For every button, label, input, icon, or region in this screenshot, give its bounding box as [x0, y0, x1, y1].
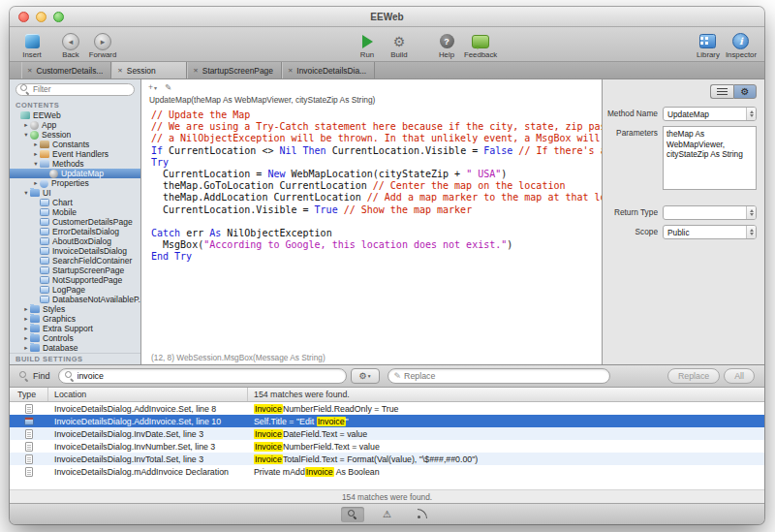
sidebar-item-label: StartupScreenPage	[52, 266, 124, 275]
return-type-combo[interactable]	[663, 205, 757, 220]
add-item-button[interactable]: +▾	[148, 82, 157, 92]
method-name-combo[interactable]: UpdateMap	[663, 107, 757, 121]
inspector-advanced-tab[interactable]: ⚙	[733, 84, 757, 99]
replace-input[interactable]	[404, 371, 603, 381]
tab-close-icon[interactable]: ✕	[27, 67, 32, 75]
disclosure-triangle-icon[interactable]: ▸	[22, 344, 30, 352]
snippet-text: Private mAdd	[254, 467, 305, 477]
sidebar-item-label: EEWeb	[33, 110, 61, 120]
match-highlight: Invoice	[254, 454, 283, 464]
toolbar-insert-button[interactable]: Insert	[17, 33, 46, 59]
disclosure-triangle-icon[interactable]: ▸	[22, 315, 30, 323]
toolbar-build-button[interactable]: Build	[385, 33, 414, 59]
sidebar-item-aboutboxdialog[interactable]: AboutBoxDialog	[10, 236, 140, 246]
filter-field[interactable]	[16, 83, 135, 96]
tab-close-icon[interactable]: ✕	[193, 67, 198, 75]
parameters-field[interactable]: theMap As WebMapViewer, cityStateZip As …	[663, 126, 757, 190]
results-column-type[interactable]: Type	[10, 388, 48, 401]
disclosure-triangle-icon[interactable]: ▸	[22, 121, 30, 129]
folder-icon	[30, 305, 40, 313]
scope-combo[interactable]: Public	[663, 225, 757, 239]
replace-button[interactable]: Replace	[667, 368, 720, 384]
sidebar-item-eeweb[interactable]: EEWeb	[10, 110, 140, 120]
result-row[interactable]: InvoiceDetailsDialog.mAddInvoice Declara…	[10, 465, 764, 478]
toolbar-help-button[interactable]: Help	[432, 33, 461, 59]
sidebar-item-startupscreenpage[interactable]: StartupScreenPage	[10, 266, 140, 275]
tab-close-icon[interactable]: ✕	[117, 67, 122, 75]
feed-panel-button[interactable]	[411, 507, 434, 522]
disclosure-triangle-icon[interactable]: ▾	[22, 189, 30, 197]
project-icon	[20, 111, 30, 119]
disclosure-triangle-icon[interactable]: ▸	[22, 325, 30, 332]
sidebar-item-styles[interactable]: ▸Styles	[10, 304, 140, 314]
sidebar-item-graphics[interactable]: ▸Graphics	[10, 314, 140, 324]
replace-all-button[interactable]: All	[724, 368, 755, 384]
inspector-properties-tab[interactable]	[710, 84, 733, 99]
disclosure-triangle-icon[interactable]: ▸	[22, 305, 30, 313]
sidebar-item-notsupportedpage[interactable]: NotSupportedPage	[10, 275, 140, 285]
tab-startupscreenpage[interactable]: ✕StartupScreenPage	[187, 62, 282, 78]
sidebar-item-updatemap[interactable]: UpdateMap	[10, 169, 140, 178]
edit-mode-button[interactable]: ✎	[165, 82, 171, 92]
sidebar-item-label: Event Handlers	[52, 149, 108, 159]
sidebar-item-searchfieldcontainer[interactable]: SearchFieldContainer	[10, 256, 140, 266]
result-row[interactable]: InvoiceDetailsDialog.AddInvoice.Set, lin…	[10, 415, 764, 427]
find-options-button[interactable]: ⚙▾	[351, 368, 380, 384]
disclosure-triangle-icon[interactable]: ▸	[32, 141, 40, 148]
sidebar-item-databasenotavailablep[interactable]: DatabaseNotAvailableP...	[10, 295, 140, 304]
disclosure-triangle-icon[interactable]: ▸	[32, 150, 40, 158]
code-token-comment: // Center the map on the location	[373, 180, 566, 191]
sidebar-item-logpage[interactable]: LogPage	[10, 285, 140, 295]
sidebar-item-chart[interactable]: Chart	[10, 198, 140, 207]
toolbar-feedback-button[interactable]: Feedback	[464, 33, 497, 59]
result-row[interactable]: InvoiceDetailsDialog.InvTotal.Set, line …	[10, 453, 764, 465]
tab-session[interactable]: ✕Session	[111, 62, 187, 78]
sidebar-item-extra-support[interactable]: ▸Extra Support	[10, 324, 140, 333]
find-search-input[interactable]	[78, 371, 340, 381]
sidebar-item-session[interactable]: ▾Session	[10, 130, 140, 140]
result-row[interactable]: InvoiceDetailsDialog.InvNumber.Set, line…	[10, 440, 764, 453]
toolbar-library-button[interactable]: Library	[694, 33, 723, 59]
disclosure-triangle-icon[interactable]: ▾	[22, 131, 30, 139]
sidebar-item-invoicedetailsdialog[interactable]: InvoiceDetailsDialog	[10, 246, 140, 256]
code-token-comment: // Update the Map	[151, 110, 250, 120]
filter-input[interactable]	[33, 84, 130, 94]
result-row[interactable]: InvoiceDetailsDialog.AddInvoice.Set, lin…	[10, 402, 764, 415]
sidebar-item-label: NotSupportedPage	[52, 275, 122, 285]
tab-close-icon[interactable]: ✕	[288, 67, 293, 75]
snippet-text: TotalField.Text = Format(Val(value), "\$…	[283, 454, 478, 464]
tab-customerdetails[interactable]: ✕CustomerDetails...	[21, 62, 111, 78]
inspector-mode-switch: ⚙	[603, 84, 757, 99]
sidebar-item-properties[interactable]: ▸Properties	[10, 178, 140, 188]
result-row[interactable]: InvoiceDetailsDialog.InvDate.Set, line 3…	[10, 427, 764, 440]
sidebar-item-ui[interactable]: ▾UI	[10, 188, 140, 198]
toolbar-back-button[interactable]: Back	[56, 33, 85, 59]
sidebar-item-database[interactable]: ▸Database	[10, 343, 140, 353]
sidebar-item-constants[interactable]: ▸Constants	[10, 140, 140, 149]
tab-invoicedetailsdia[interactable]: ✕InvoiceDetailsDia...	[282, 62, 375, 78]
disclosure-triangle-icon[interactable]: ▾	[32, 160, 40, 168]
code-token-plain: err	[180, 228, 209, 238]
sidebar-item-mobile[interactable]: Mobile	[10, 207, 140, 217]
sidebar-item-errordetailsdialog[interactable]: ErrorDetailsDialog	[10, 227, 140, 236]
code-editor[interactable]: // Update the Map// We are using a Try-C…	[141, 106, 602, 351]
sidebar-item-methods[interactable]: ▾Methods	[10, 159, 140, 169]
sidebar-item-controls[interactable]: ▸Controls	[10, 333, 140, 343]
toolbar-run-button[interactable]: Run	[353, 33, 382, 59]
toolbar-inspector-button[interactable]: Inspector	[726, 33, 757, 59]
snippet-text: Self.Title = "Edit	[254, 417, 317, 426]
warnings-panel-button[interactable]: ⚠	[376, 507, 399, 522]
sidebar-item-event-handlers[interactable]: ▸Event Handlers	[10, 149, 140, 159]
toolbar-forward-button[interactable]: Forward	[88, 33, 117, 59]
disclosure-triangle-icon[interactable]: ▸	[22, 334, 30, 342]
sidebar-item-customerdetailspage[interactable]: CustomerDetailsPage	[10, 217, 140, 227]
sidebar-item-app[interactable]: ▸App	[10, 120, 140, 130]
find-search-field[interactable]	[58, 368, 347, 384]
result-snippet: InvoiceTotalField.Text = Format(Val(valu…	[248, 454, 764, 464]
disclosure-triangle-icon[interactable]: ▸	[32, 179, 40, 187]
titlebar[interactable]: EEWeb	[10, 7, 764, 27]
replace-field[interactable]: ✎	[388, 368, 610, 384]
search-panel-button[interactable]	[341, 507, 364, 522]
results-column-location[interactable]: Location	[48, 388, 248, 401]
scope-value: Public	[667, 228, 746, 237]
